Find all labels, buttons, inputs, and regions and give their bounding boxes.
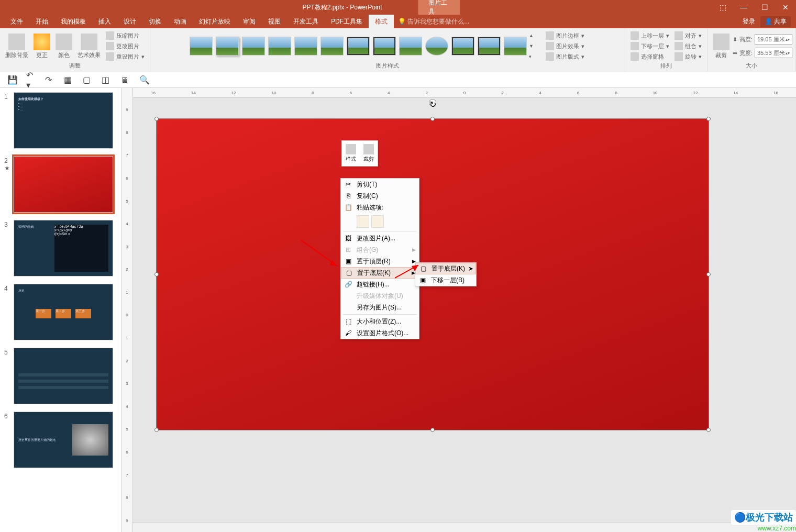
tab-developer[interactable]: 开发工具 — [287, 15, 325, 28]
crop-button[interactable]: 裁剪 — [711, 32, 732, 60]
ctx-upgrade-media: 升级媒体对象(U) — [341, 290, 419, 302]
compress-button[interactable]: 压缩图片 — [104, 31, 147, 40]
slide-thumbnails-panel[interactable]: 1 如何使用此模板？• ...• ...• ... 2★ 3 说明的先略x=-b… — [0, 88, 121, 532]
handle-e[interactable] — [706, 272, 711, 276]
qat-btn-5[interactable]: ▢ — [83, 75, 92, 85]
thumb-4[interactable]: 4 历史第一步第二步第三步 — [4, 284, 117, 340]
change-picture-button[interactable]: 更改图片 — [104, 41, 147, 51]
pic-style-6[interactable] — [320, 37, 344, 56]
tell-me-prompt[interactable]: 💡 告诉我您想要做什么... — [398, 17, 469, 26]
tab-animations[interactable]: 动画 — [168, 15, 193, 28]
thumb-3[interactable]: 3 说明的先略x=-b±√b²-4ac / 2ax²+px+q=0f(x)=Si… — [4, 220, 117, 276]
handle-w[interactable] — [154, 272, 159, 276]
login-link[interactable]: 登录 — [743, 17, 755, 26]
qat-btn-6[interactable]: ◫ — [102, 75, 111, 85]
handle-n[interactable] — [430, 117, 435, 121]
paste-option-2[interactable] — [371, 215, 384, 228]
thumb-6[interactable]: 6 历史事件的重要人物的姓名 — [4, 412, 117, 468]
tab-pdf[interactable]: PDF工具集 — [325, 15, 369, 28]
picture-layout-button[interactable]: 图片版式 ▾ — [544, 52, 587, 61]
ctx-bring-front[interactable]: ▣置于顶层(R)▶ — [341, 256, 419, 267]
pic-style-8[interactable] — [373, 37, 396, 56]
group-button[interactable]: 组合 ▾ — [672, 41, 704, 51]
thumb-5[interactable]: 5 — [4, 348, 117, 404]
handle-s[interactable] — [430, 428, 435, 432]
ctx-save-as-picture[interactable]: 另存为图片(S)... — [341, 302, 419, 313]
ctx-copy[interactable]: ⎘复制(C) — [341, 190, 419, 202]
ribbon-options-button[interactable]: ⬚ — [712, 0, 733, 15]
ctx-size-position[interactable]: ⬚大小和位置(Z)... — [341, 316, 419, 327]
minimize-button[interactable]: — — [733, 0, 754, 15]
ctx-cut[interactable]: ✂剪切(T) — [341, 179, 419, 190]
pic-style-3[interactable] — [242, 37, 265, 56]
save-button[interactable]: 💾 — [7, 75, 17, 85]
tab-home[interactable]: 开始 — [29, 15, 54, 28]
tab-format[interactable]: 格式 — [369, 15, 394, 28]
styles-more-icon[interactable]: ▾ — [529, 54, 537, 59]
ctx-hyperlink[interactable]: 🔗超链接(H)... — [341, 279, 419, 290]
pic-style-5[interactable] — [294, 37, 317, 56]
reset-picture-button[interactable]: 重设图片 ▾ — [104, 52, 147, 61]
styles-down-icon[interactable]: ▼ — [529, 43, 537, 49]
rotate-button[interactable]: 旋转 ▾ — [672, 52, 704, 61]
handle-se[interactable] — [706, 428, 711, 432]
close-button[interactable]: ✕ — [775, 0, 796, 15]
sub-send-to-back[interactable]: ▢置于底层(K)➤ — [415, 263, 476, 274]
corrections-button[interactable]: 更正 — [31, 32, 52, 60]
pic-style-11[interactable] — [451, 37, 474, 56]
ctx-format-picture[interactable]: 🖌设置图片格式(O)... — [341, 327, 419, 339]
sub-send-backward[interactable]: ▣下移一层(B) — [415, 274, 476, 286]
tab-transitions[interactable]: 切换 — [142, 15, 168, 28]
picture-border-button[interactable]: 图片边框 ▾ — [544, 31, 587, 40]
pic-style-13[interactable] — [504, 37, 527, 56]
mini-style-button[interactable]: 样式 — [342, 141, 360, 166]
artistic-button[interactable]: 艺术效果 — [75, 32, 103, 60]
bring-forward-button[interactable]: 上移一层 ▾ — [628, 31, 671, 40]
share-button[interactable]: 👤 共享 — [760, 16, 791, 27]
thumb-2[interactable]: 2★ — [4, 156, 117, 213]
tab-insert[interactable]: 插入 — [92, 15, 117, 28]
picture-effects-button[interactable]: 图片效果 ▾ — [544, 41, 587, 51]
pic-style-9[interactable] — [399, 37, 422, 56]
selpane-icon — [631, 52, 639, 61]
pic-style-12[interactable] — [478, 37, 501, 56]
send-backward-button[interactable]: 下移一层 ▾ — [628, 41, 671, 51]
styles-up-icon[interactable]: ▲ — [529, 33, 537, 38]
pic-style-10[interactable] — [425, 37, 448, 56]
height-input[interactable]: 19.05 厘米▴▾ — [755, 34, 792, 45]
tab-templates[interactable]: 我的模板 — [54, 15, 92, 28]
ctx-change-picture[interactable]: 🖼更改图片(A)... — [341, 232, 419, 244]
color-button[interactable]: 颜色 — [53, 32, 74, 60]
remove-background-button[interactable]: 删除背景 — [3, 32, 30, 60]
maximize-button[interactable]: ☐ — [754, 0, 775, 15]
tab-review[interactable]: 审阅 — [237, 15, 262, 28]
rotate-handle[interactable]: ↻ — [429, 99, 436, 106]
qat-btn-7[interactable]: 🖥 — [120, 75, 130, 85]
mini-crop-button[interactable]: 裁剪 — [360, 141, 378, 166]
handle-sw[interactable] — [154, 428, 159, 432]
group-icon: ⊞ — [344, 246, 352, 254]
redo-button[interactable]: ↷ — [45, 75, 54, 85]
selection-pane-button[interactable]: 选择窗格 — [628, 52, 671, 61]
pic-style-4[interactable] — [268, 37, 291, 56]
canvas-area[interactable]: 161412 1086 420 246 81012 1416 ↻ 样式 — [133, 88, 796, 532]
horizontal-scrollbar[interactable] — [133, 523, 796, 532]
handle-nw[interactable] — [154, 117, 159, 121]
thumb-1[interactable]: 1 如何使用此模板？• ...• ...• ... — [4, 92, 117, 149]
tab-slideshow[interactable]: 幻灯片放映 — [193, 15, 237, 28]
paste-option-1[interactable] — [357, 215, 369, 228]
pic-style-2[interactable] — [216, 37, 239, 56]
reset-label: 重设图片 — [116, 53, 139, 61]
qat-btn-4[interactable]: ▦ — [64, 75, 73, 85]
tab-design[interactable]: 设计 — [117, 15, 142, 28]
undo-button[interactable]: ↶ ▾ — [26, 75, 36, 85]
pic-style-1[interactable] — [190, 37, 213, 56]
width-input[interactable]: 35.53 厘米▴▾ — [755, 48, 792, 58]
tab-file[interactable]: 文件 — [4, 15, 29, 28]
align-button[interactable]: 对齐 ▾ — [672, 31, 704, 40]
ctx-send-back[interactable]: ▢置于底层(K)▶ — [341, 267, 419, 279]
handle-ne[interactable] — [706, 117, 711, 121]
pic-style-7[interactable] — [347, 37, 370, 56]
tab-view[interactable]: 视图 — [262, 15, 287, 28]
qat-btn-8[interactable]: 🔍 — [139, 75, 149, 85]
